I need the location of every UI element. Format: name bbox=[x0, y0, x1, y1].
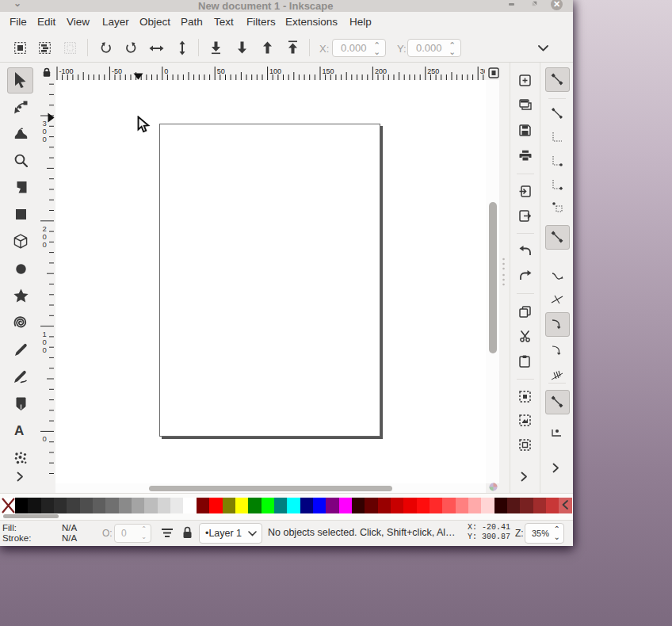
svg-text:250: 250 bbox=[427, 67, 439, 75]
svg-text:150: 150 bbox=[323, 67, 334, 75]
svg-text:50: 50 bbox=[217, 67, 225, 75]
svg-text:0: 0 bbox=[43, 240, 47, 249]
svg-text:0: 0 bbox=[43, 345, 47, 354]
svg-text:0: 0 bbox=[43, 434, 47, 443]
svg-text:300: 300 bbox=[480, 67, 485, 75]
svg-text:0: 0 bbox=[164, 67, 168, 75]
svg-text:100: 100 bbox=[269, 67, 281, 75]
svg-text:0: 0 bbox=[43, 135, 47, 143]
svg-text:-50: -50 bbox=[112, 67, 122, 75]
svg-text:-100: -100 bbox=[59, 67, 74, 75]
svg-text:200: 200 bbox=[375, 67, 387, 75]
